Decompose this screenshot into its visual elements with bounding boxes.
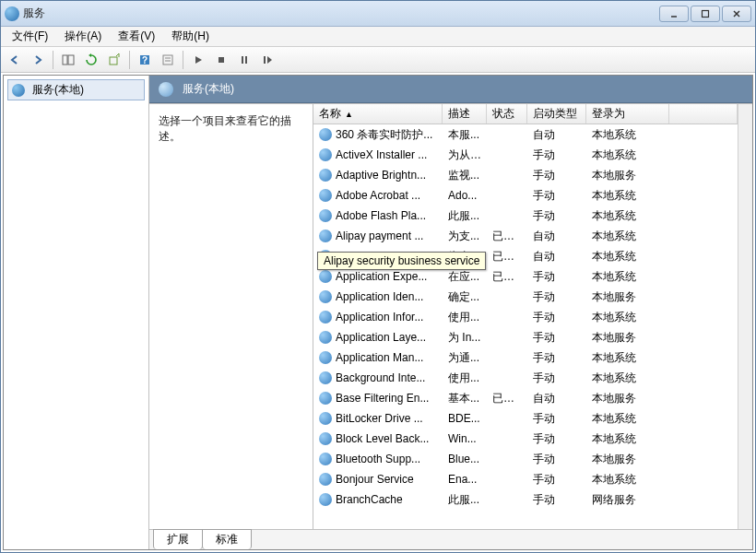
cell-description: BDE... xyxy=(443,410,487,427)
service-row[interactable]: Alipay payment ...为支...已启动自动本地系统 xyxy=(313,226,738,246)
cell-name: Background Inte... xyxy=(313,370,443,386)
cell-logon: 本地服务 xyxy=(586,450,669,469)
cell-logon: 本地系统 xyxy=(586,227,669,246)
back-button[interactable] xyxy=(5,50,25,70)
cell-logon: 网络服务 xyxy=(586,490,669,510)
cell-startup: 手动 xyxy=(527,348,586,368)
column-startup[interactable]: 启动类型 xyxy=(527,104,586,124)
cell-name: Adaptive Brightn... xyxy=(313,167,443,183)
forward-button[interactable] xyxy=(28,50,48,70)
cell-startup: 手动 xyxy=(527,490,586,510)
tab-standard[interactable]: 标准 xyxy=(202,529,252,549)
content-area: 选择一个项目来查看它的描述。 名称▲ 描述 状态 启动类型 登录为 Alipay… xyxy=(149,103,752,529)
menu-view[interactable]: 查看(V) xyxy=(111,27,162,46)
tab-extended[interactable]: 扩展 xyxy=(153,529,203,549)
service-row[interactable]: BitLocker Drive ...BDE...手动本地系统 xyxy=(313,408,738,429)
menu-file[interactable]: 文件(F) xyxy=(5,27,55,46)
maximize-button[interactable] xyxy=(691,6,720,22)
cell-name: ActiveX Installer ... xyxy=(313,147,443,163)
cell-startup: 手动 xyxy=(527,328,586,347)
toolbar-separator xyxy=(183,51,183,69)
pause-service-button[interactable] xyxy=(234,50,254,70)
cell-status: 已启动 xyxy=(487,247,527,266)
service-icon xyxy=(319,412,332,425)
menu-help[interactable]: 帮助(H) xyxy=(164,27,217,46)
service-name-text: Adaptive Brightn... xyxy=(336,169,426,182)
column-logon[interactable]: 登录为 xyxy=(586,104,669,124)
column-status[interactable]: 状态 xyxy=(487,104,527,124)
cell-status xyxy=(487,194,527,197)
service-row[interactable]: Block Level Back...Win...手动本地系统 xyxy=(313,429,738,449)
cell-startup: 手动 xyxy=(527,146,586,165)
column-name[interactable]: 名称▲ xyxy=(313,104,443,124)
menu-action[interactable]: 操作(A) xyxy=(57,27,109,46)
service-row[interactable]: Application Laye...为 In...手动本地服务 xyxy=(313,327,738,347)
service-row[interactable]: 360 杀毒实时防护...本服...自动本地系统 xyxy=(313,124,738,145)
service-row[interactable]: BranchCache此服...手动网络服务 xyxy=(313,489,738,510)
cell-status xyxy=(487,477,527,481)
column-description[interactable]: 描述 xyxy=(443,104,487,124)
service-row[interactable]: Adobe Acrobat ...Ado...手动本地系统 xyxy=(313,185,738,206)
services-icon xyxy=(5,6,19,21)
service-row[interactable]: Adobe Flash Pla...此服...手动本地系统 xyxy=(313,206,738,226)
cell-name: Bonjour Service xyxy=(313,471,443,488)
service-row[interactable]: Bluetooth Supp...Blue...手动本地服务 xyxy=(313,449,738,469)
description-text: 选择一个项目来查看它的描述。 xyxy=(159,114,291,143)
service-name-text: Application Infor... xyxy=(336,311,423,324)
cell-logon: 本地系统 xyxy=(586,206,669,226)
service-row[interactable]: Application Infor...使用...手动本地系统 xyxy=(313,307,738,327)
cell-startup: 手动 xyxy=(527,409,586,429)
properties-button[interactable] xyxy=(158,50,178,70)
service-icon xyxy=(319,392,332,405)
service-icon xyxy=(319,432,332,445)
service-row[interactable]: Bonjour ServiceEna...手动本地系统 xyxy=(313,469,738,489)
svg-rect-12 xyxy=(219,57,224,63)
service-row[interactable]: Base Filtering En...基本...已启动自动本地服务 xyxy=(313,388,738,408)
cell-status xyxy=(487,173,527,177)
service-icon xyxy=(319,189,332,202)
cell-status xyxy=(487,376,527,380)
help-button[interactable]: ? xyxy=(135,50,155,70)
svg-rect-6 xyxy=(110,57,117,65)
cell-startup: 手动 xyxy=(527,429,586,449)
tabs: 扩展 标准 xyxy=(149,529,752,549)
service-row[interactable]: ActiveX Installer ...为从 ...手动本地系统 xyxy=(313,145,738,165)
close-button[interactable] xyxy=(722,6,751,22)
service-row[interactable]: Background Inte...使用...手动本地系统 xyxy=(313,368,738,388)
service-row[interactable]: Adaptive Brightn...监视...手动本地服务 xyxy=(313,165,738,185)
cell-startup: 手动 xyxy=(527,450,586,469)
minimize-button[interactable] xyxy=(659,6,689,22)
service-name-text: Bluetooth Supp... xyxy=(336,453,420,465)
cell-name: Application Expe... xyxy=(313,268,443,285)
service-icon xyxy=(319,229,332,242)
stop-service-button[interactable] xyxy=(211,50,231,70)
start-service-button[interactable] xyxy=(188,50,208,70)
service-row[interactable]: Application Man...为通...手动本地系统 xyxy=(313,347,738,368)
cell-status xyxy=(487,153,527,157)
show-hide-tree-button[interactable] xyxy=(58,50,78,70)
cell-logon: 本地系统 xyxy=(586,369,669,388)
refresh-button[interactable] xyxy=(81,50,101,70)
vertical-scrollbar[interactable] xyxy=(738,104,752,529)
service-icon xyxy=(319,453,332,465)
cell-name: Application Iden... xyxy=(313,288,443,305)
cell-startup: 手动 xyxy=(527,166,586,185)
service-row[interactable]: Application Iden...确定...手动本地服务 xyxy=(313,287,738,307)
list-body[interactable]: Alipay security business service 360 杀毒实… xyxy=(313,124,738,529)
cell-logon: 本地服务 xyxy=(586,288,669,307)
service-icon xyxy=(319,128,332,141)
services-window: 服务 文件(F) 操作(A) 查看(V) 帮助(H) ? 服务(本地 xyxy=(0,0,756,553)
titlebar[interactable]: 服务 xyxy=(1,1,755,27)
service-name-text: Alipay payment ... xyxy=(336,229,423,242)
export-button[interactable] xyxy=(104,50,124,70)
toolbar-separator xyxy=(53,51,53,69)
service-icon xyxy=(319,311,332,324)
cell-name: Application Laye... xyxy=(313,329,443,346)
window-controls xyxy=(659,6,751,22)
service-name-text: Application Iden... xyxy=(336,290,423,303)
cell-status xyxy=(487,335,527,339)
tree-item-services-local[interactable]: 服务(本地) xyxy=(7,79,145,100)
cell-startup: 自动 xyxy=(527,247,586,266)
restart-service-button[interactable] xyxy=(257,50,278,70)
toolbar-separator xyxy=(129,51,130,69)
